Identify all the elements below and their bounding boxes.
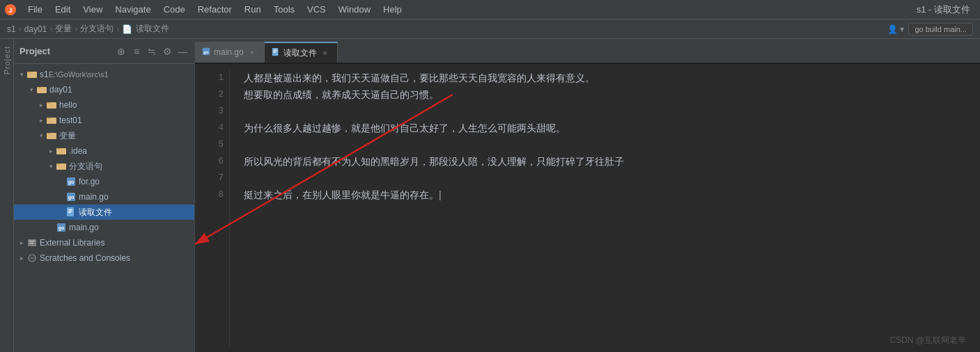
- breadcrumb-duqufile[interactable]: 读取文件: [136, 23, 169, 35]
- svg-rect-36: [273, 52, 275, 53]
- tree-label-scratch: Scratches and Consoles: [40, 253, 130, 263]
- tree-arrow-s1: ▾: [17, 70, 26, 79]
- tree-item-main.go_2[interactable]: gomain.go: [14, 220, 194, 235]
- line-number-1: 1: [201, 70, 224, 86]
- line-number-8: 8: [201, 186, 224, 203]
- svg-text:go: go: [59, 225, 65, 231]
- main-layout: Project Project ⊕ ≡ ≒ ⚙ — ▾s1 E:\GoWork\…: [0, 39, 980, 352]
- tree-icon-main.go_1: go: [65, 191, 77, 202]
- tree-label-读取文件: 读取文件: [79, 207, 112, 218]
- user-area: 👤 ▾ go build main...: [887, 23, 973, 35]
- svg-rect-28: [29, 243, 33, 243]
- tree-label-main.go_2: main.go: [69, 223, 99, 232]
- app-logo: J: [3, 2, 18, 17]
- menu-item-help[interactable]: Help: [378, 3, 407, 16]
- svg-rect-9: [47, 118, 51, 119]
- svg-text:go: go: [68, 195, 75, 200]
- svg-rect-23: [68, 212, 71, 213]
- menu-item-vcs[interactable]: VCS: [302, 3, 332, 16]
- minimize-button[interactable]: —: [176, 45, 189, 58]
- tab-label: 读取文件: [283, 47, 317, 59]
- tree-item-分支语句[interactable]: ▾分支语句: [14, 159, 194, 174]
- breadcrumb-bianliang[interactable]: 变量: [55, 23, 72, 35]
- tree-icon-hello: [46, 99, 57, 111]
- tree-item-ext[interactable]: ▸External Libraries: [14, 235, 194, 250]
- svg-rect-21: [68, 209, 72, 210]
- tree-arrow-scratch: ▸: [17, 253, 26, 263]
- tab-file-icon: [272, 48, 280, 58]
- collapse-all-button[interactable]: ≡: [130, 45, 143, 58]
- menu-bar: J FileEditViewNavigateCodeRefactorRunToo…: [0, 0, 980, 19]
- code-line-5: [244, 136, 973, 153]
- tree-item-变量[interactable]: ▾变量: [14, 128, 194, 143]
- tab-label: main.go: [214, 47, 244, 57]
- tree-icon-读取文件: [65, 207, 77, 218]
- tree-arrow-test01: ▸: [36, 115, 46, 125]
- menu-item-view[interactable]: View: [77, 3, 108, 16]
- tree-item-idea[interactable]: ▸.idea: [14, 143, 194, 159]
- svg-rect-34: [273, 49, 277, 50]
- menu-item-edit[interactable]: Edit: [49, 3, 76, 16]
- editor-tabs: gomain.go×读取文件×: [195, 39, 980, 64]
- tree-icon-main.go_2: go: [56, 222, 67, 233]
- svg-rect-22: [68, 211, 72, 211]
- add-button[interactable]: ⊕: [115, 45, 127, 58]
- tab-close-button[interactable]: ×: [247, 47, 257, 57]
- tree-label-for.go: for.go: [79, 177, 100, 186]
- tree-item-for.go[interactable]: gofor.go: [14, 174, 194, 189]
- menu-item-navigate[interactable]: Navigate: [109, 3, 156, 16]
- editor-content[interactable]: 12345678 人都是被逼出来的，我们天天逼做自己，要比那些天天自我宽容的人来…: [195, 64, 980, 352]
- user-icon[interactable]: 👤 ▾: [887, 24, 904, 34]
- breadcrumb-sep-2: ›: [49, 24, 52, 34]
- breadcrumb-fenzhiyuju[interactable]: 分支语句: [80, 23, 114, 35]
- menu-item-run[interactable]: Run: [239, 3, 267, 16]
- tree-icon-scratch: [26, 253, 38, 264]
- code-line-1: 人都是被逼出来的，我们天天逼做自己，要比那些天天自我宽容的人来得有意义。: [244, 70, 973, 86]
- project-tab[interactable]: Project: [0, 39, 14, 352]
- tree-item-读取文件[interactable]: 读取文件: [14, 205, 194, 220]
- menu-item-code[interactable]: Code: [158, 3, 191, 16]
- tree-item-main.go_1[interactable]: gomain.go: [14, 189, 194, 205]
- svg-rect-33: [272, 48, 279, 56]
- sidebar-title: Project: [20, 46, 111, 56]
- tree-item-day01[interactable]: ▾day01: [14, 82, 194, 97]
- line-number-7: 7: [201, 170, 224, 186]
- menu-item-window[interactable]: Window: [333, 3, 376, 16]
- breadcrumb-s1[interactable]: s1: [7, 24, 16, 34]
- editor-tab-读取文件[interactable]: 读取文件×: [265, 42, 338, 63]
- line-number-4: 4: [201, 120, 224, 136]
- sidebar-content: ▾s1 E:\GoWork\src\s1▾day01▸hello▸test01▾…: [14, 64, 194, 352]
- settings-button[interactable]: ⚙: [161, 45, 173, 58]
- tree-arrow-day01: ▾: [26, 85, 36, 95]
- breadcrumb-day01[interactable]: day01: [24, 24, 47, 34]
- code-line-3: [244, 103, 973, 120]
- expand-button[interactable]: ≒: [146, 45, 158, 58]
- tree-icon-day01: [36, 84, 47, 95]
- tree-item-hello[interactable]: ▸hello: [14, 97, 194, 113]
- menu-item-tools[interactable]: Tools: [268, 3, 300, 16]
- tab-file-icon: go: [202, 47, 210, 58]
- code-content[interactable]: 人都是被逼出来的，我们天天逼做自己，要比那些天天自我宽容的人来得有意义。想要取的…: [237, 70, 980, 346]
- window-title: s1 - 读取文件: [917, 3, 970, 16]
- menu-item-refactor[interactable]: Refactor: [192, 3, 238, 16]
- tree-item-scratch[interactable]: ▸Scratches and Consoles: [14, 250, 194, 266]
- tree-item-test01[interactable]: ▸test01: [14, 113, 194, 128]
- svg-text:go: go: [68, 179, 75, 185]
- tree-arrow-分支语句: ▾: [46, 161, 56, 171]
- go-build-button[interactable]: go build main...: [908, 23, 973, 35]
- tree-arrow-for.go: [56, 177, 65, 186]
- tree-icon-idea: [56, 145, 67, 157]
- tree-item-s1[interactable]: ▾s1 E:\GoWork\src\s1: [14, 67, 194, 82]
- code-line-6: 所以风光的背后都有不为人知的黑暗岁月，那段没人陪，没人理解，只能打碎了牙往肚子: [244, 153, 973, 170]
- breadcrumb-bar: s1 › day01 › 变量 › 分支语句 › 📄 读取文件 👤 ▾ go b…: [0, 19, 980, 39]
- tree-label-idea: .idea: [69, 146, 87, 156]
- tree-icon-s1: [26, 69, 38, 80]
- svg-rect-15: [56, 163, 61, 165]
- tab-close-button[interactable]: ×: [320, 48, 330, 58]
- tree-icon-for.go: go: [65, 176, 77, 187]
- svg-rect-20: [67, 207, 74, 216]
- svg-rect-3: [27, 72, 31, 73]
- svg-rect-13: [56, 148, 61, 150]
- editor-tab-main.go[interactable]: gomain.go×: [195, 42, 265, 63]
- menu-item-file[interactable]: File: [22, 3, 48, 16]
